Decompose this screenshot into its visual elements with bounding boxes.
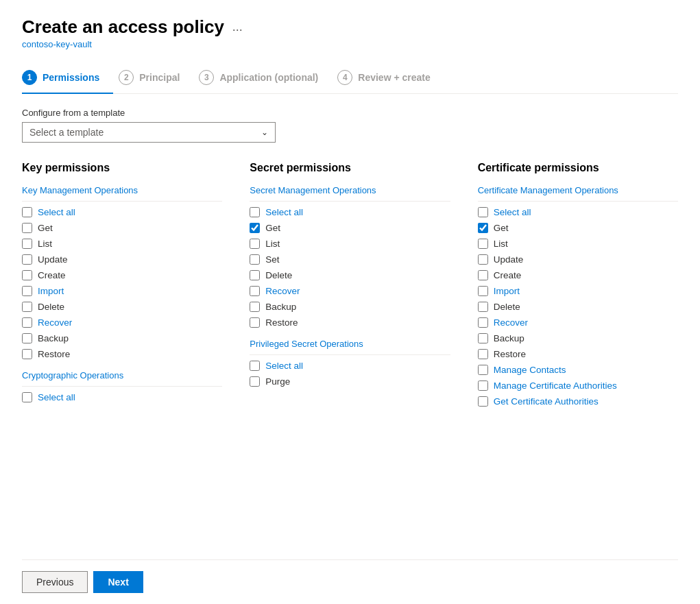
cert-update-row[interactable]: Update <box>478 254 678 265</box>
key-create-label[interactable]: Create <box>38 270 66 280</box>
cert-create-label[interactable]: Create <box>494 270 522 280</box>
cert-delete-checkbox[interactable] <box>478 302 488 312</box>
secret-get-label[interactable]: Get <box>265 223 280 233</box>
key-list-checkbox[interactable] <box>22 239 32 249</box>
step-application[interactable]: 3 Application (optional) <box>199 63 332 93</box>
key-update-row[interactable]: Update <box>22 254 222 265</box>
key-get-checkbox[interactable] <box>22 223 32 233</box>
key-restore-checkbox[interactable] <box>22 349 32 359</box>
key-import-label[interactable]: Import <box>38 286 64 296</box>
cert-get-label[interactable]: Get <box>494 223 509 233</box>
secret-purge-row[interactable]: Purge <box>250 376 450 387</box>
secret-list-label[interactable]: List <box>265 239 280 249</box>
key-delete-row[interactable]: Delete <box>22 302 222 312</box>
ellipsis-button[interactable]: ... <box>230 20 245 34</box>
secret-backup-row[interactable]: Backup <box>250 302 450 312</box>
cert-get-ca-label[interactable]: Get Certificate Authorities <box>494 396 599 407</box>
cert-update-label[interactable]: Update <box>494 254 524 265</box>
key-create-checkbox[interactable] <box>22 270 32 280</box>
cert-delete-label[interactable]: Delete <box>494 302 520 312</box>
key-backup-checkbox[interactable] <box>22 333 32 343</box>
secret-priv-select-all-checkbox[interactable] <box>250 361 260 371</box>
key-get-label[interactable]: Get <box>38 223 53 233</box>
secret-get-checkbox[interactable] <box>250 223 260 233</box>
key-create-row[interactable]: Create <box>22 270 222 280</box>
cert-manage-ca-row[interactable]: Manage Certificate Authorities <box>478 380 678 391</box>
secret-restore-label[interactable]: Restore <box>265 317 298 328</box>
secret-priv-select-all-row[interactable]: Select all <box>250 361 450 371</box>
cert-get-ca-row[interactable]: Get Certificate Authorities <box>478 396 678 407</box>
secret-purge-checkbox[interactable] <box>250 376 260 387</box>
next-button[interactable]: Next <box>93 571 143 593</box>
secret-set-checkbox[interactable] <box>250 254 260 265</box>
cert-get-checkbox[interactable] <box>478 223 488 233</box>
secret-select-all-label[interactable]: Select all <box>265 207 303 217</box>
secret-select-all-checkbox[interactable] <box>250 207 260 217</box>
key-recover-label[interactable]: Recover <box>38 317 72 328</box>
cert-list-checkbox[interactable] <box>478 239 488 249</box>
key-list-row[interactable]: List <box>22 239 222 249</box>
secret-priv-select-all-label[interactable]: Select all <box>265 361 303 371</box>
key-crypto-select-all-checkbox[interactable] <box>22 392 32 402</box>
cert-restore-label[interactable]: Restore <box>494 349 526 359</box>
key-get-row[interactable]: Get <box>22 223 222 233</box>
key-select-all-checkbox[interactable] <box>22 207 32 217</box>
secret-backup-checkbox[interactable] <box>250 302 260 312</box>
key-recover-checkbox[interactable] <box>22 317 32 328</box>
cert-create-row[interactable]: Create <box>478 270 678 280</box>
cert-list-row[interactable]: List <box>478 239 678 249</box>
key-select-all-label[interactable]: Select all <box>38 207 75 217</box>
secret-list-checkbox[interactable] <box>250 239 260 249</box>
secret-recover-row[interactable]: Recover <box>250 286 450 296</box>
cert-create-checkbox[interactable] <box>478 270 488 280</box>
key-import-row[interactable]: Import <box>22 286 222 296</box>
cert-select-all-label[interactable]: Select all <box>494 207 531 217</box>
key-list-label[interactable]: List <box>38 239 52 249</box>
breadcrumb[interactable]: contoso-key-vault <box>22 39 678 49</box>
key-import-checkbox[interactable] <box>22 286 32 296</box>
secret-delete-row[interactable]: Delete <box>250 270 450 280</box>
key-update-checkbox[interactable] <box>22 254 32 265</box>
cert-manage-contacts-row[interactable]: Manage Contacts <box>478 365 678 375</box>
cert-import-checkbox[interactable] <box>478 286 488 296</box>
key-backup-label[interactable]: Backup <box>38 333 69 343</box>
key-delete-checkbox[interactable] <box>22 302 32 312</box>
cert-manage-ca-checkbox[interactable] <box>478 380 488 391</box>
cert-get-ca-checkbox[interactable] <box>478 396 488 407</box>
cert-recover-row[interactable]: Recover <box>478 317 678 328</box>
secret-set-label[interactable]: Set <box>265 254 279 265</box>
key-restore-row[interactable]: Restore <box>22 349 222 359</box>
cert-import-label[interactable]: Import <box>494 286 520 296</box>
key-crypto-select-all-label[interactable]: Select all <box>38 392 75 402</box>
step-principal[interactable]: 2 Principal <box>119 63 193 93</box>
secret-get-row[interactable]: Get <box>250 223 450 233</box>
cert-recover-label[interactable]: Recover <box>494 317 528 328</box>
cert-import-row[interactable]: Import <box>478 286 678 296</box>
secret-backup-label[interactable]: Backup <box>265 302 296 312</box>
secret-restore-checkbox[interactable] <box>250 317 260 328</box>
secret-delete-checkbox[interactable] <box>250 270 260 280</box>
secret-restore-row[interactable]: Restore <box>250 317 450 328</box>
previous-button[interactable]: Previous <box>22 571 88 593</box>
cert-manage-contacts-checkbox[interactable] <box>478 365 488 375</box>
secret-recover-label[interactable]: Recover <box>265 286 300 296</box>
cert-manage-ca-label[interactable]: Manage Certificate Authorities <box>494 380 617 391</box>
template-dropdown[interactable]: Select a template ⌄ <box>22 122 276 143</box>
cert-select-all-checkbox[interactable] <box>478 207 488 217</box>
secret-set-row[interactable]: Set <box>250 254 450 265</box>
key-select-all-row[interactable]: Select all <box>22 207 222 217</box>
cert-recover-checkbox[interactable] <box>478 317 488 328</box>
cert-restore-checkbox[interactable] <box>478 349 488 359</box>
cert-delete-row[interactable]: Delete <box>478 302 678 312</box>
cert-update-checkbox[interactable] <box>478 254 488 265</box>
step-review[interactable]: 4 Review + create <box>337 63 444 93</box>
cert-backup-row[interactable]: Backup <box>478 333 678 343</box>
key-backup-row[interactable]: Backup <box>22 333 222 343</box>
step-permissions[interactable]: 1 Permissions <box>22 63 113 93</box>
secret-select-all-row[interactable]: Select all <box>250 207 450 217</box>
cert-manage-contacts-label[interactable]: Manage Contacts <box>494 365 566 375</box>
cert-list-label[interactable]: List <box>494 239 508 249</box>
secret-list-row[interactable]: List <box>250 239 450 249</box>
key-update-label[interactable]: Update <box>38 254 68 265</box>
cert-backup-checkbox[interactable] <box>478 333 488 343</box>
